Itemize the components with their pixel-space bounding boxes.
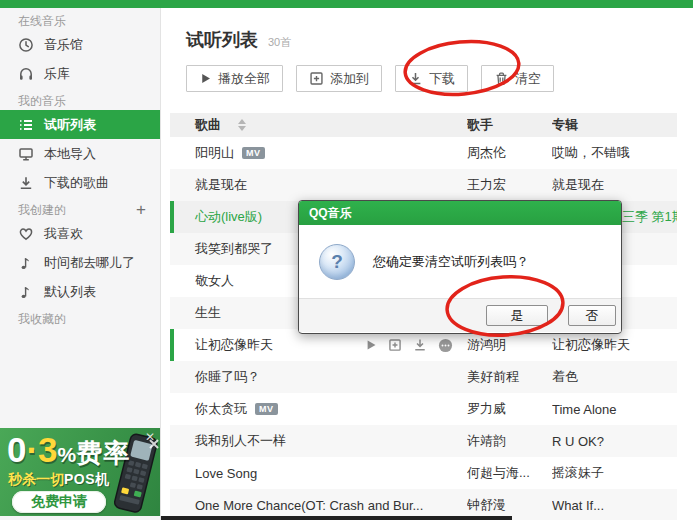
song-count: 30首 — [268, 35, 291, 50]
song-artist: 王力宏 — [467, 176, 552, 194]
table-row[interactable]: Love Song何超与海...摇滚妹子 — [170, 457, 677, 489]
row-play-icon[interactable] — [365, 339, 377, 351]
music-hall-icon — [17, 36, 34, 53]
table-row[interactable]: 你睡了吗？美好前程着色 — [170, 361, 677, 393]
table-row[interactable]: 就是现在王力宏就是现在 — [170, 169, 677, 201]
song-album: R U OK? — [552, 434, 677, 449]
toolbar: 播放全部 添加到 下载 清空 — [186, 65, 693, 92]
download-icon — [17, 174, 34, 191]
song-artist: 何超与海... — [467, 464, 552, 482]
sidebar-item-label: 下载的歌曲 — [44, 174, 109, 192]
sidebar-section: 我的音乐试听列表本地导入下载的歌曲 — [0, 88, 160, 197]
song-title: 心动(live版) — [195, 208, 262, 226]
song-title: 让初恋像昨天 — [195, 336, 273, 354]
trash-icon — [494, 71, 509, 86]
note-icon — [17, 254, 34, 271]
sidebar-item[interactable]: 时间都去哪儿了 — [0, 248, 160, 277]
ad-banner[interactable]: ✕ 0·3%费率 秒杀一切POS机 免费申请 — [0, 428, 160, 516]
play-icon — [199, 72, 212, 85]
sidebar-item-label: 时间都去哪儿了 — [44, 254, 135, 272]
song-artist: 钟舒漫 — [467, 496, 552, 514]
ad-close-icon[interactable]: ✕ — [145, 430, 155, 444]
song-title: 就是现在 — [195, 176, 247, 194]
column-header-album: 专辑 — [552, 116, 677, 134]
table-row[interactable]: 我和别人不一样许靖韵R U OK? — [170, 425, 677, 457]
table-row[interactable]: 你太贪玩MV罗力威Time Alone — [170, 393, 677, 425]
song-artist: 美好前程 — [467, 368, 552, 386]
row-download-icon[interactable] — [413, 338, 427, 352]
top-accent-bar — [0, 0, 693, 8]
row-actions — [365, 338, 453, 353]
row-add-to-icon[interactable] — [388, 338, 402, 352]
sidebar-section-label: 我收藏的 — [0, 310, 160, 328]
sidebar-item[interactable]: 本地导入 — [0, 139, 160, 168]
question-icon: ? — [319, 244, 355, 280]
note-icon — [17, 283, 34, 300]
headphones-icon — [17, 65, 34, 82]
download-button[interactable]: 下载 — [395, 65, 468, 92]
sidebar-section-label: 我的音乐 — [0, 92, 160, 110]
mv-badge[interactable]: MV — [255, 403, 278, 415]
yes-button[interactable]: 是 — [486, 305, 548, 326]
dialog-footer: 是 否 — [299, 298, 621, 332]
sidebar-section-label: 在线音乐 — [0, 12, 160, 30]
free-apply-button[interactable]: 免费申请 — [12, 491, 106, 513]
song-album: 就是现在 — [552, 176, 677, 194]
song-title: 阳明山 — [195, 144, 234, 162]
play-all-button[interactable]: 播放全部 — [186, 65, 283, 92]
dialog-message: 您确定要清空试听列表吗？ — [373, 253, 529, 271]
sidebar-item[interactable]: 试听列表 — [0, 110, 160, 139]
sidebar-item[interactable]: 下载的歌曲 — [0, 168, 160, 197]
song-title: 你太贪玩 — [195, 400, 247, 418]
sidebar-item[interactable]: 默认列表 — [0, 277, 160, 306]
download-icon — [408, 71, 423, 86]
song-title: 敬女人 — [195, 272, 234, 290]
heart-icon — [17, 225, 34, 242]
sidebar-item-label: 乐库 — [44, 65, 70, 83]
sidebar-item-label: 我喜欢 — [44, 225, 83, 243]
no-button[interactable]: 否 — [568, 305, 616, 326]
clear-button[interactable]: 清空 — [481, 65, 554, 92]
add-to-button[interactable]: 添加到 — [296, 65, 382, 92]
sidebar-item-label: 试听列表 — [44, 116, 96, 134]
section-label-text: 我的音乐 — [18, 92, 66, 110]
song-title: 我和别人不一样 — [195, 432, 286, 450]
ad-headline: 0·3%费率 — [7, 430, 130, 471]
song-artist: 游鸿明 — [467, 336, 552, 354]
song-album: What If... — [552, 498, 677, 513]
song-album: Time Alone — [552, 402, 677, 417]
section-label-text: 我收藏的 — [18, 310, 66, 328]
more-icon[interactable] — [438, 338, 453, 353]
sidebar-section: 在线音乐音乐馆乐库 — [0, 8, 160, 88]
song-artist: 罗力威 — [467, 400, 552, 418]
song-artist: 许靖韵 — [467, 432, 552, 450]
add-to-icon — [309, 71, 324, 86]
song-artist: 周杰伦 — [467, 144, 552, 162]
clear-confirm-dialog: QQ音乐 ? 您确定要清空试听列表吗？ 是 否 — [298, 200, 622, 334]
song-title: 生生 — [195, 304, 221, 322]
section-label-text: 我创建的 — [18, 201, 66, 219]
sort-icon[interactable] — [238, 119, 246, 131]
dialog-titlebar: QQ音乐 — [299, 201, 621, 225]
sidebar-item[interactable]: 音乐馆 — [0, 30, 160, 59]
sidebar-item-label: 音乐馆 — [44, 36, 83, 54]
sidebar-item-label: 默认列表 — [44, 283, 96, 301]
song-title: 我笑到都哭了 — [195, 240, 273, 258]
song-album: 哎呦，不错哦 — [552, 144, 677, 162]
song-album: 着色 — [552, 368, 677, 386]
section-label-text: 在线音乐 — [18, 12, 66, 30]
add-playlist-button[interactable]: + — [136, 202, 146, 218]
sidebar-section-label: 我创建的+ — [0, 201, 160, 219]
mv-badge[interactable]: MV — [242, 147, 265, 159]
song-title: 你睡了吗？ — [195, 368, 260, 386]
table-row[interactable]: 阳明山MV周杰伦哎呦，不错哦 — [170, 137, 677, 169]
sidebar-item[interactable]: 我喜欢 — [0, 219, 160, 248]
page-title: 试听列表 — [186, 28, 258, 52]
sidebar-item-label: 本地导入 — [44, 145, 96, 163]
ad-subline: 秒杀一切POS机 — [8, 471, 110, 489]
sidebar: 在线音乐音乐馆乐库我的音乐试听列表本地导入下载的歌曲我创建的+我喜欢时间都去哪儿… — [0, 8, 161, 520]
song-album: 摇滚妹子 — [552, 464, 677, 482]
sidebar-item[interactable]: 乐库 — [0, 59, 160, 88]
column-header-song: 歌曲 — [195, 116, 221, 134]
column-header-artist: 歌手 — [467, 116, 552, 134]
